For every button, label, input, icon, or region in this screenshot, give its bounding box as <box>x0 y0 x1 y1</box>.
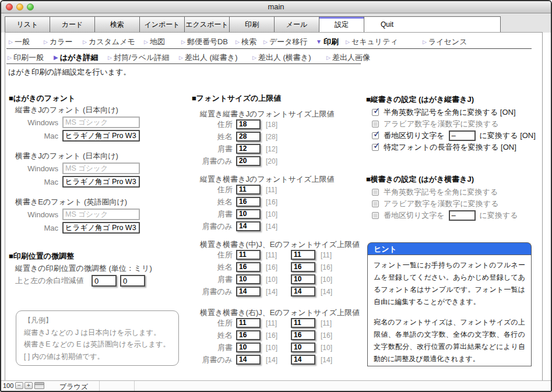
font-size-input[interactable]: 10 <box>291 274 315 284</box>
checkbox-fullwidth-vertical[interactable] <box>372 109 379 116</box>
nav-postal-db[interactable]: ▷郵便番号DB <box>181 37 228 47</box>
zoom-in-button[interactable]: + <box>24 382 33 389</box>
tab-list[interactable]: リスト <box>5 16 50 33</box>
layout-mode-icon[interactable] <box>34 382 44 389</box>
windows-font-input[interactable]: MS ゴシック <box>62 209 140 220</box>
nav-sender-vertical[interactable]: ▷差出人 (縦書き) <box>179 52 238 63</box>
nav-security[interactable]: ▷セキュリティ <box>346 37 398 47</box>
font-size-input[interactable]: 11 <box>291 250 315 260</box>
font-size-input[interactable]: 10 <box>291 342 315 352</box>
triangle-right-icon: ▷ <box>326 55 331 61</box>
font-size-input[interactable]: 20 <box>236 156 261 166</box>
checkbox-kansuji-vertical[interactable] <box>372 121 379 128</box>
font-size-input[interactable]: 16 <box>236 330 261 340</box>
font-size-input[interactable]: 14 <box>236 287 261 296</box>
nav-general[interactable]: ▷一般 <box>9 37 30 47</box>
mac-font-input[interactable]: ヒラギノ角ゴ Pro W3 <box>62 176 140 188</box>
nav-color[interactable]: ▷カラー <box>44 37 73 47</box>
font-size-input[interactable]: 11 <box>291 318 315 328</box>
margin-left-input[interactable]: 0 <box>120 275 145 287</box>
divider <box>134 381 135 391</box>
nav-search[interactable]: ▷検索 <box>235 37 256 47</box>
font-size-input[interactable]: 28 <box>236 132 261 142</box>
windows-font-input[interactable]: MS ゴシック <box>62 116 140 128</box>
nav-data-migration[interactable]: ▷データ移行 <box>263 37 308 47</box>
zoom-level: 100 <box>3 382 13 389</box>
separator-char-input[interactable]: – <box>449 130 476 141</box>
tab-settings[interactable]: 設定 <box>319 16 364 33</box>
tab-export[interactable]: エクスポート <box>184 16 230 33</box>
margin-top-input[interactable]: 0 <box>92 275 117 287</box>
nav-print-general[interactable]: ▷印刷一般 <box>8 52 44 63</box>
triangle-right-icon: ▷ <box>44 39 48 45</box>
font-size-input[interactable]: 10 <box>236 274 261 284</box>
checkbox-fullwidth-horizontal[interactable] <box>372 189 379 196</box>
nav-custom-memo[interactable]: ▷カスタムメモ <box>83 37 135 47</box>
triangle-right-icon: ▷ <box>144 39 148 45</box>
nav-print[interactable]: ▼印刷 <box>316 37 339 47</box>
font-size-input[interactable]: 14 <box>291 355 315 365</box>
section-print-position: ■印刷位置の微調整 <box>9 251 189 262</box>
triangle-right-icon: ▷ <box>346 39 350 45</box>
triangle-right-icon: ▷ <box>9 39 13 45</box>
divider <box>99 381 100 391</box>
window-title: main <box>1 2 551 11</box>
tab-print[interactable]: 印刷 <box>229 16 275 33</box>
triangle-right-icon: ▷ <box>181 39 185 45</box>
triangle-right-icon: ▷ <box>252 55 256 61</box>
checkbox-choonpu-vertical[interactable] <box>372 144 379 151</box>
tab-mail[interactable]: メール <box>274 16 319 33</box>
tab-card[interactable]: カード <box>50 16 95 33</box>
status-bar: 100 − + ブラウズ <box>1 380 551 391</box>
windows-font-input[interactable]: MS ゴシック <box>62 163 140 174</box>
nav-hagaki-detail[interactable]: ▶はがき詳細 <box>54 52 99 63</box>
checkbox-kansuji-horizontal[interactable] <box>372 200 379 207</box>
separator-char-input[interactable]: – <box>449 210 476 221</box>
hint-box: ヒント フォント一覧にお手持ちのフォントのフルネームを登録してください。あらかじ… <box>367 242 532 366</box>
nav-sender-horizontal[interactable]: ▷差出人 (横書き) <box>252 52 311 63</box>
triangle-right-icon: ▷ <box>263 39 268 45</box>
font-size-input[interactable]: 10 <box>236 209 261 219</box>
checkbox-separator-vertical[interactable] <box>372 132 379 139</box>
font-size-input[interactable]: 14 <box>236 221 261 231</box>
font-size-input[interactable]: 11 <box>236 185 261 195</box>
app-window: main リスト カード 検索 インポート エクスポート 印刷 メール 設定 Q… <box>0 0 552 392</box>
tab-search[interactable]: 検索 <box>94 16 140 33</box>
size-group-2: 横置き横書き(中)J、Eのフォントサイズ上限値 住所11[11]11[11] 姓… <box>192 239 367 296</box>
font-size-input[interactable]: 16 <box>236 262 261 272</box>
mac-font-input[interactable]: ヒラギノ角ゴ Pro W3 <box>62 130 140 142</box>
font-size-input[interactable]: 14 <box>291 287 315 296</box>
hint-title: ヒント <box>367 242 532 255</box>
mode-label: ブラウズ <box>59 382 88 392</box>
mac-font-input[interactable]: ヒラギノ角ゴ Pro W3 <box>62 222 140 234</box>
checkbox-separator-horizontal[interactable] <box>372 212 379 219</box>
font-size-input[interactable]: 16 <box>236 197 261 207</box>
tab-band: リスト カード 検索 インポート エクスポート 印刷 メール 設定 Quit <box>1 13 551 33</box>
tab-quit[interactable]: Quit <box>364 16 501 33</box>
font-size-input[interactable]: 16 <box>291 330 315 340</box>
legend-box: 【凡例】 縦書きJ などの J は日本向けを示します。 横書きE などの E は… <box>16 310 179 366</box>
font-size-input[interactable]: 11 <box>236 250 261 260</box>
font-size-input[interactable]: 18 <box>236 119 261 129</box>
font-size-input[interactable]: 10 <box>236 342 261 352</box>
font-size-input[interactable]: 14 <box>236 355 261 365</box>
nav-envelope-label[interactable]: ▷封筒/ラベル詳細 <box>108 52 169 63</box>
nav-map[interactable]: ▷地図 <box>144 37 165 47</box>
triangle-right-icon: ▷ <box>108 55 112 61</box>
section-horizontal-settings: ■横書きの設定 (はがき横書きJ) <box>366 174 541 185</box>
font-size-input[interactable]: 11 <box>236 318 261 328</box>
triangle-down-icon: ▼ <box>316 38 322 45</box>
page-description: はがき印刷の詳細設定を行います。 <box>8 67 131 77</box>
size-group-3: 横置き横書き(右)J、Eのフォントサイズ上限値 住所11[11]11[11] 姓… <box>192 308 367 365</box>
nav-license[interactable]: ▷ライセンス <box>423 37 467 47</box>
divider <box>6 63 361 64</box>
size-group-1: 縦置き横書きJのフォントサイズ上限値 住所11[11] 姓名16[16] 肩書1… <box>192 174 367 231</box>
font-group-horizontal-e: 横書きEのフォント (英語圏向け) Windows MS ゴシック Mac ヒラ… <box>9 197 189 234</box>
tab-import[interactable]: インポート <box>139 16 185 33</box>
triangle-right-icon: ▷ <box>8 55 12 61</box>
title-bar: main <box>1 1 551 13</box>
font-size-input[interactable]: 12 <box>236 144 261 154</box>
zoom-out-button[interactable]: − <box>15 382 23 389</box>
nav-sender-image[interactable]: ▷差出人画像 <box>326 52 370 63</box>
font-size-input[interactable]: 16 <box>291 262 315 272</box>
